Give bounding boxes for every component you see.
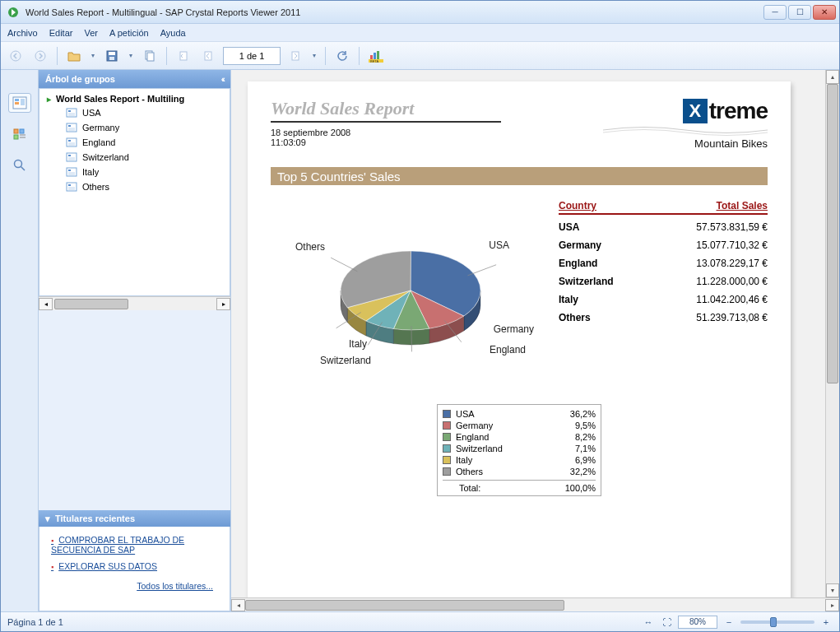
table-row: Others51.239.713,08 € xyxy=(559,312,768,323)
svg-rect-10 xyxy=(292,52,299,60)
sales-table: Country Total Sales USA57.573.831,59 €Ge… xyxy=(559,200,768,389)
table-row: England13.078.229,17 € xyxy=(559,258,768,269)
group-tree: ▸ World Sales Report - Multiling USAGerm… xyxy=(39,88,230,296)
menu-help[interactable]: Ayuda xyxy=(160,28,186,38)
zoom-out-icon[interactable]: − xyxy=(722,616,736,629)
menu-file[interactable]: Archivo xyxy=(7,28,38,38)
toolbar-sep xyxy=(325,47,326,65)
svg-rect-4 xyxy=(109,52,115,55)
group-tree-icon[interactable] xyxy=(8,93,31,113)
svg-rect-19 xyxy=(21,99,25,105)
report-canvas[interactable]: World Sales Report 18 septiembre 2008 11… xyxy=(231,70,839,597)
view-strip xyxy=(1,70,39,611)
svg-rect-27 xyxy=(68,125,71,127)
open-button[interactable] xyxy=(64,46,84,66)
tree-item[interactable]: Others xyxy=(41,179,228,194)
fit-width-icon[interactable]: ↔ xyxy=(642,616,655,629)
refresh-button[interactable] xyxy=(332,46,352,66)
page-next-button[interactable] xyxy=(285,46,305,66)
nav-fwd-button[interactable] xyxy=(30,46,50,66)
collapse-icon[interactable]: ‹‹ xyxy=(221,74,224,84)
svg-rect-18 xyxy=(15,102,19,105)
recent-link-0[interactable]: COMPROBAR EL TRABAJO DE SECUENCIA DE SAP xyxy=(51,535,221,555)
table-row: USA57.573.831,59 € xyxy=(559,221,768,233)
cell-sales: 11.042.200,46 € xyxy=(696,294,768,305)
legend-swatch xyxy=(443,456,451,464)
parameters-icon[interactable] xyxy=(8,124,31,144)
page-dropdown[interactable]: ▾ xyxy=(310,52,318,59)
svg-rect-17 xyxy=(15,99,19,101)
legend-swatch xyxy=(443,410,451,418)
legend-total-value: 100,0% xyxy=(555,483,596,493)
menu-edit[interactable]: Editar xyxy=(49,28,73,38)
page-prev-button[interactable] xyxy=(198,46,218,66)
brand-sub: Mountain Bikes xyxy=(603,137,768,150)
page-first-button[interactable] xyxy=(174,46,193,66)
legend-swatch xyxy=(443,467,451,476)
table-row: Italy11.042.200,46 € xyxy=(559,294,768,305)
cell-country: England xyxy=(559,258,597,269)
zoom-in-icon[interactable]: + xyxy=(819,616,833,629)
menu-petition[interactable]: A petición xyxy=(109,28,149,38)
chart-beta-button[interactable]: BETA xyxy=(366,46,386,66)
svg-rect-20 xyxy=(14,129,18,133)
nav-back-button[interactable] xyxy=(6,46,26,66)
report-v-scrollbar[interactable]: ▴ ▾ xyxy=(825,70,839,597)
legend-name: England xyxy=(456,432,550,442)
svg-point-23 xyxy=(14,160,21,168)
tree-root[interactable]: ▸ World Sales Report - Multiling xyxy=(41,92,228,105)
tree-item[interactable]: Germany xyxy=(41,120,228,135)
app-icon xyxy=(6,5,21,20)
svg-rect-29 xyxy=(68,140,71,142)
copy-button[interactable] xyxy=(140,46,160,66)
svg-rect-33 xyxy=(68,170,71,171)
page-indicator[interactable]: 1 de 1 xyxy=(223,47,281,65)
open-dropdown[interactable]: ▾ xyxy=(89,52,97,59)
svg-rect-31 xyxy=(68,155,71,156)
app-body: Árbol de grupos ‹‹ ▸ World Sales Report … xyxy=(1,70,839,611)
expand-icon[interactable]: ▸ xyxy=(44,95,53,103)
tree-root-label: World Sales Report - Multiling xyxy=(56,94,184,104)
cell-sales: 15.077.710,32 € xyxy=(696,239,768,251)
legend-value: 36,2% xyxy=(555,409,596,419)
zoom-slider[interactable] xyxy=(740,620,814,624)
cell-sales: 11.228.000,00 € xyxy=(696,276,768,287)
minimize-button[interactable]: ─ xyxy=(763,5,787,20)
pie-label-italy: Italy xyxy=(349,338,367,350)
legend-value: 32,2% xyxy=(555,467,596,476)
legend-swatch xyxy=(443,433,451,441)
legend-row: Others32,2% xyxy=(443,466,596,477)
maximize-button[interactable]: ☐ xyxy=(788,5,811,20)
close-button[interactable]: ✕ xyxy=(813,5,836,20)
recent-title: Titulares recientes xyxy=(55,514,135,523)
report-h-scrollbar[interactable]: ◂ ▸ xyxy=(231,597,839,611)
legend-value: 7,1% xyxy=(555,444,596,453)
recent-link-1[interactable]: EXPLORAR SUS DATOS xyxy=(51,561,221,571)
tree-item[interactable]: USA xyxy=(41,105,228,120)
legend-row: Germany9,5% xyxy=(443,420,596,431)
menu-view[interactable]: Ver xyxy=(84,28,98,38)
svg-line-36 xyxy=(467,265,496,276)
save-dropdown[interactable]: ▾ xyxy=(127,52,135,59)
tree-item-label: Switzerland xyxy=(82,152,129,162)
recent-all-link[interactable]: Todos los titulares... xyxy=(59,581,213,591)
tree-item[interactable]: Switzerland xyxy=(41,150,228,165)
report-item-icon xyxy=(66,152,77,162)
fit-page-icon[interactable]: ⛶ xyxy=(660,616,673,629)
window-controls: ─ ☐ ✕ xyxy=(763,5,836,20)
save-button[interactable] xyxy=(102,46,122,66)
table-row: Germany15.077.710,32 € xyxy=(559,239,768,251)
tree-item[interactable]: Italy xyxy=(41,165,228,179)
tree-item[interactable]: England xyxy=(41,135,228,150)
pie-label-usa: USA xyxy=(489,239,509,251)
th-sales: Total Sales xyxy=(717,200,768,211)
find-icon[interactable] xyxy=(8,156,31,175)
menubar: Archivo Editar Ver A petición Ayuda xyxy=(1,24,839,42)
zoom-value[interactable]: 80% xyxy=(678,616,717,629)
legend-total-label: Total: xyxy=(459,483,550,493)
tree-h-scrollbar[interactable]: ◂ ▸ xyxy=(39,296,230,310)
legend-value: 9,5% xyxy=(555,421,596,430)
report-item-icon xyxy=(66,108,77,118)
cell-sales: 51.239.713,08 € xyxy=(696,312,768,323)
recent-header[interactable]: ▾ Titulares recientes xyxy=(39,510,230,527)
